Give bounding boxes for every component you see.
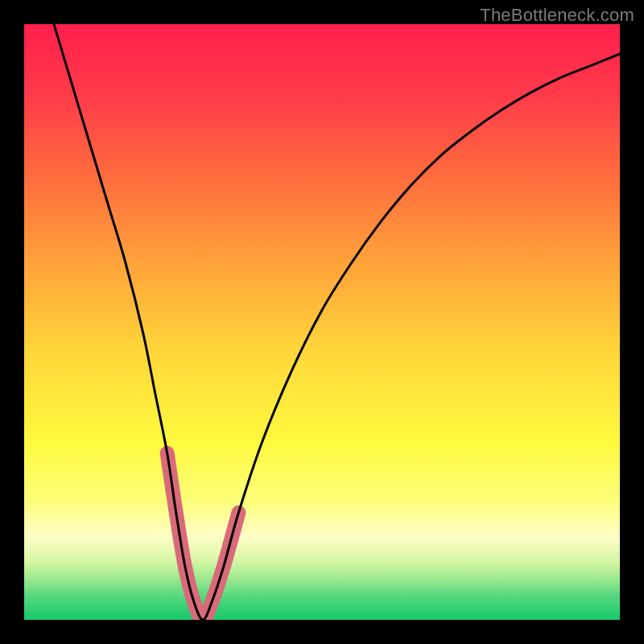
- highlight-band: [167, 453, 239, 620]
- bottleneck-curve: [54, 24, 620, 620]
- watermark-text: TheBottleneck.com: [480, 5, 634, 26]
- curve-layer: [24, 24, 620, 620]
- plot-area: [24, 24, 620, 620]
- chart-frame: TheBottleneck.com: [0, 0, 644, 644]
